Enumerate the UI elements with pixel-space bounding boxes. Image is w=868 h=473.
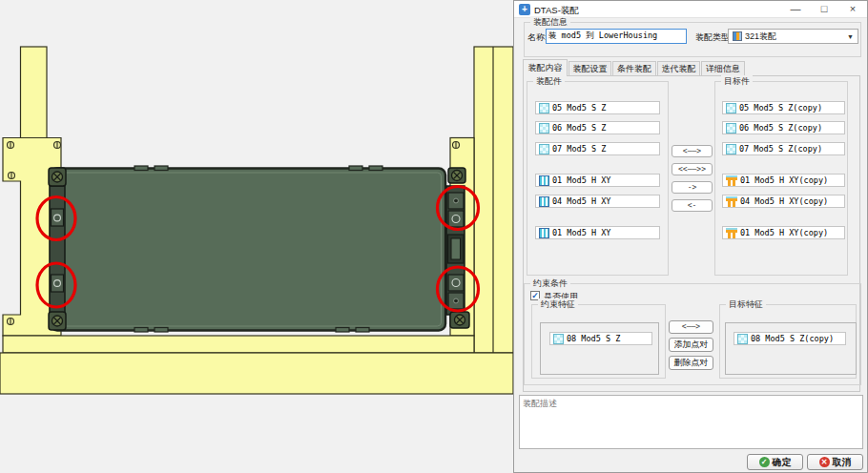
assembly-type-select[interactable]: 321装配 ▼ (728, 29, 858, 44)
surface-feature-icon (726, 103, 736, 113)
feature-label: 05 Mod5 S Z (552, 103, 606, 113)
chevron-down-icon: ▼ (847, 33, 854, 40)
surface-feature-icon (726, 144, 736, 154)
ok-button[interactable]: ✓ 确定 (747, 454, 803, 470)
constraint-feature-item[interactable]: 08 Mod5 S Z (549, 332, 652, 345)
target-features-title: 目标特征 (726, 298, 766, 310)
target-feature-item[interactable]: 01 Mod5 H XY(copy) (722, 174, 845, 187)
feature-label: 04 Mod5 H XY(copy) (740, 196, 828, 206)
target-features-panel (725, 322, 857, 375)
surface-feature-icon (737, 334, 748, 344)
assembly-feature-item[interactable]: 01 Mod5 H XY (535, 174, 660, 187)
pair-link-button[interactable]: <——> (669, 320, 713, 334)
close-button[interactable]: × (838, 1, 867, 18)
assembly-feature-item[interactable]: 05 Mod5 S Z (535, 101, 660, 114)
feature-label: 01 Mod5 H XY(copy) (740, 175, 828, 185)
target-feature-item[interactable]: 06 Mod5 S Z(copy) (722, 121, 845, 134)
feature-label: 01 Mod5 H XY (552, 228, 610, 237)
tab-conditional-assembly[interactable]: 条件装配 (612, 61, 656, 76)
tab-detail-info[interactable]: 详细信息 (701, 61, 745, 76)
constraint-features-title: 约束特征 (538, 298, 578, 310)
name-input[interactable] (546, 29, 687, 44)
target-feature-item[interactable]: 01 Mod5 H XY(copy) (722, 226, 845, 239)
hole-feature-icon (539, 175, 549, 186)
feature-label: 07 Mod5 S Z (552, 144, 606, 154)
hole-feature-icon (539, 196, 549, 207)
cancel-x-icon: ✕ (819, 457, 830, 467)
cad-scene (0, 0, 513, 473)
feature-label: 05 Mod5 S Z(copy) (739, 103, 822, 113)
feature-label: 06 Mod5 S Z(copy) (739, 123, 822, 133)
surface-feature-icon (553, 334, 564, 344)
feature-label: 08 Mod5 S Z (567, 334, 620, 343)
ok-check-icon: ✓ (759, 457, 770, 467)
assembly-dialog: + DTAS-装配 — □ × 装配信息 名称: 装配类型: 321装配 ▼ 装… (513, 0, 868, 473)
assembly-type-value: 321装配 (745, 31, 776, 43)
assembly-feature-item[interactable]: 01 Mod5 H XY (535, 226, 660, 239)
pin-feature-copy-icon (726, 175, 737, 186)
assembly-parts-title: 装配件 (533, 75, 565, 87)
pin-feature-copy-icon (726, 196, 737, 207)
minimize-button[interactable]: — (781, 1, 810, 18)
link-all-button[interactable]: <<——>> (672, 163, 713, 175)
assembly-type-icon (733, 31, 742, 41)
maximize-button[interactable]: □ (810, 1, 838, 18)
name-label: 名称: (527, 31, 548, 44)
constraint-features-panel (540, 322, 659, 375)
tab-assembly-content[interactable]: 装配内容 (523, 59, 568, 76)
add-point-pair-button[interactable]: 添加点对 (669, 338, 713, 352)
target-parts-title: 目标件 (721, 75, 753, 87)
target-constraint-feature-item[interactable]: 08 Mod5 S Z(copy) (734, 332, 846, 345)
app-icon: + (519, 4, 530, 15)
cad-viewport[interactable] (0, 0, 513, 473)
feature-label: 06 Mod5 S Z (552, 123, 606, 133)
target-feature-item[interactable]: 05 Mod5 S Z(copy) (722, 101, 845, 114)
surface-feature-icon (539, 103, 549, 113)
target-feature-item[interactable]: 07 Mod5 S Z(copy) (722, 142, 845, 155)
module-plate (49, 166, 469, 332)
link-both-button[interactable]: <——> (672, 145, 713, 157)
right-rail (446, 186, 465, 315)
target-feature-item[interactable]: 04 Mod5 H XY(copy) (722, 195, 845, 208)
feature-label: 01 Mod5 H XY (552, 175, 610, 185)
move-right-button[interactable]: -> (672, 181, 713, 194)
feature-label: 08 Mod5 S Z(copy) (751, 334, 834, 343)
cancel-button[interactable]: ✕ 取消 (807, 454, 863, 470)
ok-label: 确定 (773, 456, 792, 469)
constraint-conditions-title: 约束条件 (530, 278, 570, 289)
surface-feature-icon (726, 123, 736, 134)
surface-feature-icon (539, 123, 549, 134)
assembly-feature-item[interactable]: 04 Mod5 H XY (535, 195, 660, 208)
move-left-button[interactable]: <- (672, 199, 713, 212)
cancel-label: 取消 (833, 456, 852, 469)
assembly-feature-item[interactable]: 06 Mod5 S Z (535, 121, 660, 134)
feature-label: 04 Mod5 H XY (552, 196, 610, 206)
feature-label: 01 Mod5 H XY(copy) (740, 228, 828, 237)
surface-feature-icon (539, 144, 549, 154)
hole-feature-icon (539, 228, 549, 238)
feature-label: 07 Mod5 S Z(copy) (739, 144, 822, 154)
assembly-info-title: 装配信息 (530, 16, 570, 28)
screen: + DTAS-装配 — □ × 装配信息 名称: 装配类型: 321装配 ▼ 装… (0, 0, 868, 473)
assembly-description-input[interactable] (519, 395, 863, 449)
pin-feature-copy-icon (726, 228, 737, 238)
assembly-feature-item[interactable]: 07 Mod5 S Z (535, 142, 660, 155)
tab-assembly-settings[interactable]: 装配设置 (568, 61, 611, 76)
left-rail (50, 186, 65, 315)
tab-iterative-assembly[interactable]: 迭代装配 (657, 61, 700, 76)
remove-point-pair-button[interactable]: 删除点对 (669, 356, 713, 370)
type-label: 装配类型: (695, 31, 733, 44)
